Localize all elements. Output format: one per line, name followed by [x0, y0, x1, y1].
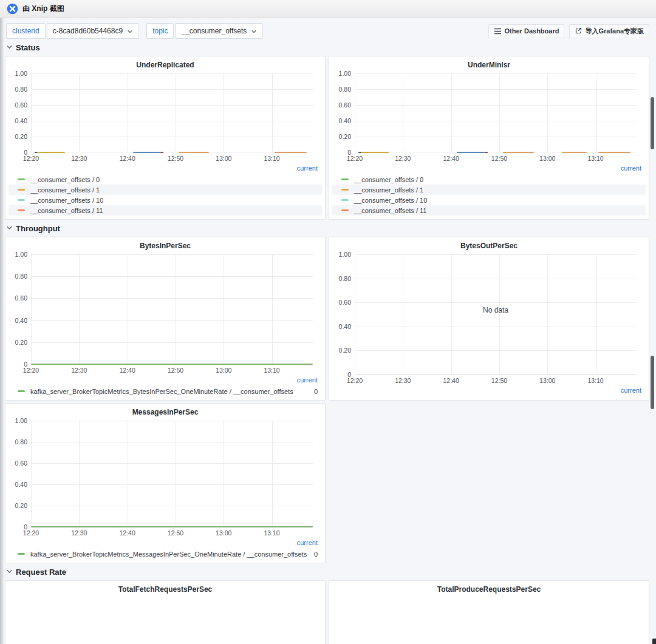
- other-dashboard-button[interactable]: Other Dashboard: [488, 24, 565, 38]
- panel-title[interactable]: BytesInPerSec: [5, 237, 325, 252]
- legend-item[interactable]: __consumer_offsets / 10: [332, 195, 646, 205]
- gridline-horizontal: [31, 276, 313, 277]
- series-line-segment: [507, 152, 534, 153]
- legend-item[interactable]: __consumer_offsets / 0: [9, 174, 322, 185]
- chart-plot-area: 1.000.800.600.400.20012:2012:3012:4012:5…: [329, 252, 649, 387]
- gridline-horizontal: [355, 73, 637, 74]
- topic-select-value: __consumer_offsets: [181, 27, 247, 35]
- panel-bytesoutpersec: BytesOutPerSec1.000.800.600.400.20012:20…: [329, 237, 649, 401]
- clusterid-filter: clusterid c-8cad8d60b54468c9: [6, 23, 139, 39]
- legend-item[interactable]: __consumer_offsets / 1: [332, 185, 646, 195]
- legend-current-header[interactable]: current: [329, 164, 649, 174]
- legend-item[interactable]: kafka_server_BrokerTopicMetrics_Messages…: [9, 549, 322, 559]
- legend-item-label: kafka_server_BrokerTopicMetrics_BytesInP…: [30, 388, 293, 395]
- gridline-vertical: [355, 73, 355, 152]
- plot-grid: 1.000.800.600.400.20012:2012:3012:4012:5…: [31, 254, 313, 364]
- chevron-down-icon: [6, 566, 13, 577]
- gridline-horizontal: [31, 137, 313, 137]
- y-axis-tick-label: 0.20: [330, 133, 351, 140]
- clusterid-filter-label: clusterid: [6, 23, 46, 39]
- section-title: Throughput: [16, 224, 60, 233]
- gridline-horizontal: [31, 89, 313, 90]
- panel-title[interactable]: TotalFetchRequestsPerSec: [5, 581, 325, 595]
- import-grafana-button-label: 导入Grafana专家版: [585, 27, 644, 36]
- y-axis-tick-label: 1.00: [7, 417, 27, 424]
- x-axis-tick-label: 12:30: [391, 155, 415, 162]
- panel-totalproducerequestspersec: TotalProduceRequestsPerSec: [329, 580, 649, 644]
- panel-title[interactable]: UnderMinIsr: [329, 56, 649, 71]
- y-axis-tick-label: 0.80: [330, 275, 351, 282]
- y-axis-tick-label: 0.20: [7, 339, 27, 346]
- panel-title[interactable]: UnderReplicated: [5, 56, 325, 71]
- series-color-dash-icon: [341, 178, 349, 180]
- series-color-dash-icon: [18, 553, 25, 555]
- legend-item-label: __consumer_offsets / 0: [354, 176, 423, 183]
- legend-current-header[interactable]: current: [5, 539, 325, 549]
- legend-item[interactable]: __consumer_offsets / 10: [9, 195, 322, 205]
- gridline-horizontal: [31, 342, 313, 343]
- topic-select[interactable]: __consumer_offsets: [175, 23, 263, 39]
- import-grafana-button[interactable]: 导入Grafana专家版: [569, 24, 649, 38]
- gridline-vertical: [128, 254, 128, 364]
- x-axis-tick-label: 12:40: [115, 155, 140, 162]
- chevron-down-icon: [251, 29, 257, 35]
- gridline-vertical: [128, 73, 128, 152]
- gridline-horizontal: [355, 254, 637, 255]
- legend-item[interactable]: __consumer_offsets / 11: [9, 205, 322, 215]
- external-link-icon: [575, 27, 582, 35]
- x-axis-tick-label: 12:30: [67, 155, 91, 162]
- gridline-horizontal: [355, 105, 637, 106]
- y-axis-tick-label: 0.80: [7, 86, 27, 93]
- gridline-horizontal: [31, 506, 313, 506]
- legend-item[interactable]: __consumer_offsets / 1: [9, 185, 322, 195]
- gridline-vertical: [31, 254, 32, 364]
- chart-plot-area: 1.000.800.600.400.20012:2012:3012:4012:5…: [5, 252, 325, 376]
- gridline-vertical: [31, 73, 32, 152]
- legend-current-header[interactable]: current: [5, 376, 325, 386]
- x-axis-tick-label: 13:00: [535, 377, 559, 384]
- legend-item-label: __consumer_offsets / 11: [354, 207, 426, 214]
- legend-item[interactable]: __consumer_offsets / 0: [332, 174, 646, 185]
- legend-item[interactable]: __consumer_offsets / 11: [332, 205, 646, 215]
- gridline-horizontal: [31, 121, 313, 121]
- legend-item-label: __consumer_offsets / 11: [30, 207, 103, 214]
- no-data-message: No data: [355, 306, 637, 314]
- panel-totalfetchrequestspersec: TotalFetchRequestsPerSec: [5, 580, 326, 644]
- series-color-dash-icon: [341, 209, 349, 211]
- y-axis-tick-label: 0.60: [7, 294, 27, 302]
- panel-title[interactable]: TotalProduceRequestsPerSec: [329, 581, 649, 595]
- series-line-segment: [503, 152, 507, 153]
- scrollbar-thumb[interactable]: [651, 356, 654, 409]
- section-header-throughput[interactable]: Throughput: [6, 223, 649, 233]
- section-header-request-rate[interactable]: Request Rate: [6, 567, 649, 577]
- section-header-status[interactable]: Status: [6, 42, 649, 52]
- clusterid-select[interactable]: c-8cad8d60b54468c9: [47, 23, 139, 39]
- y-axis-tick-label: 1.00: [7, 70, 27, 77]
- toolbar-right-group: Other Dashboard 导入Grafana专家版: [488, 24, 649, 38]
- legend-current-header[interactable]: current: [329, 387, 649, 396]
- capture-watermark-label: 由 Xnip 截图: [22, 4, 64, 14]
- gridline-horizontal: [355, 350, 637, 351]
- plot-grid: 1.000.800.600.400.20012:2012:3012:4012:5…: [355, 73, 637, 152]
- dashboard-toolbar: clusterid c-8cad8d60b54468c9 topic __con…: [6, 23, 649, 39]
- gridline-horizontal: [31, 105, 313, 106]
- gridline-horizontal: [355, 152, 637, 152]
- x-axis-tick-label: 13:10: [260, 529, 284, 537]
- x-axis-tick-label: 12:50: [163, 155, 188, 162]
- series-line-segment: [37, 152, 65, 153]
- legend-item[interactable]: kafka_server_BrokerTopicMetrics_BytesInP…: [9, 386, 322, 396]
- gridline-horizontal: [31, 463, 313, 464]
- gridline-horizontal: [31, 254, 313, 255]
- series-color-dash-icon: [18, 390, 25, 392]
- gridline-horizontal: [31, 421, 313, 421]
- x-axis-tick-label: 12:30: [67, 367, 91, 374]
- x-axis-tick-label: 12:40: [439, 377, 463, 384]
- panel-title[interactable]: BytesOutPerSec: [329, 237, 649, 252]
- xnip-capture-bar: 由 Xnip 截图: [0, 0, 656, 18]
- y-axis-tick-label: 0.40: [330, 117, 351, 124]
- legend-current-header[interactable]: current: [5, 164, 325, 174]
- scrollbar-thumb[interactable]: [651, 97, 654, 149]
- panel-title[interactable]: MessagesInPerSec: [5, 404, 325, 418]
- series-line-segment: [160, 152, 163, 153]
- gridline-horizontal: [355, 279, 637, 279]
